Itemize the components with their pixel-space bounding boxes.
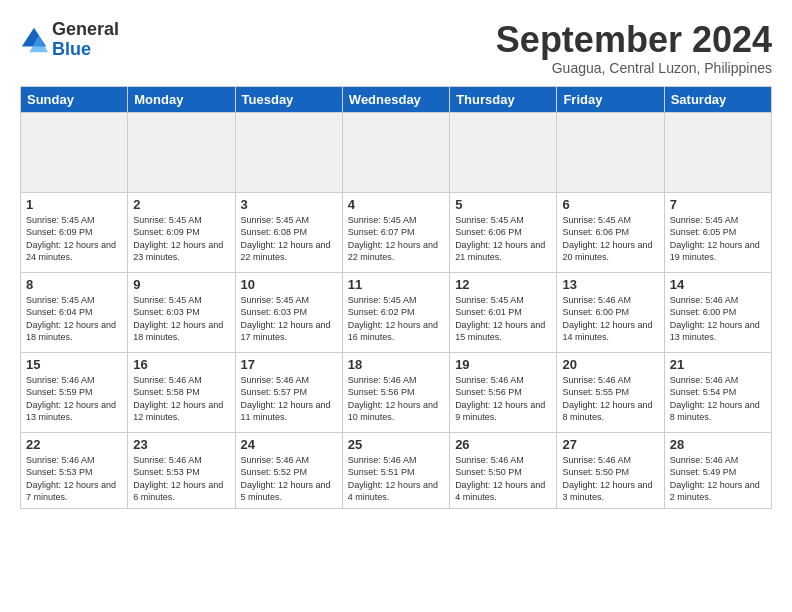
week-row-4: 15Sunrise: 5:46 AMSunset: 5:59 PMDayligh…: [21, 352, 772, 432]
logo-icon: [20, 26, 48, 54]
col-saturday: Saturday: [664, 86, 771, 112]
header-row: Sunday Monday Tuesday Wednesday Thursday…: [21, 86, 772, 112]
table-row: 13Sunrise: 5:46 AMSunset: 6:00 PMDayligh…: [557, 272, 664, 352]
day-number: 4: [348, 197, 444, 212]
week-row-5: 22Sunrise: 5:46 AMSunset: 5:53 PMDayligh…: [21, 432, 772, 508]
day-number: 12: [455, 277, 551, 292]
table-row: 12Sunrise: 5:45 AMSunset: 6:01 PMDayligh…: [450, 272, 557, 352]
table-row: 16Sunrise: 5:46 AMSunset: 5:58 PMDayligh…: [128, 352, 235, 432]
table-row: 26Sunrise: 5:46 AMSunset: 5:50 PMDayligh…: [450, 432, 557, 508]
table-row: 27Sunrise: 5:46 AMSunset: 5:50 PMDayligh…: [557, 432, 664, 508]
col-sunday: Sunday: [21, 86, 128, 112]
day-info: Sunrise: 5:46 AMSunset: 5:56 PMDaylight:…: [455, 374, 551, 424]
col-wednesday: Wednesday: [342, 86, 449, 112]
day-info: Sunrise: 5:46 AMSunset: 5:59 PMDaylight:…: [26, 374, 122, 424]
day-info: Sunrise: 5:45 AMSunset: 6:07 PMDaylight:…: [348, 214, 444, 264]
day-info: Sunrise: 5:45 AMSunset: 6:06 PMDaylight:…: [562, 214, 658, 264]
table-row: [235, 112, 342, 192]
week-row-1: [21, 112, 772, 192]
logo-blue: Blue: [52, 40, 119, 60]
day-info: Sunrise: 5:46 AMSunset: 5:53 PMDaylight:…: [26, 454, 122, 504]
day-info: Sunrise: 5:46 AMSunset: 5:53 PMDaylight:…: [133, 454, 229, 504]
table-row: 6Sunrise: 5:45 AMSunset: 6:06 PMDaylight…: [557, 192, 664, 272]
table-row: 15Sunrise: 5:46 AMSunset: 5:59 PMDayligh…: [21, 352, 128, 432]
table-row: 19Sunrise: 5:46 AMSunset: 5:56 PMDayligh…: [450, 352, 557, 432]
day-number: 28: [670, 437, 766, 452]
table-row: 17Sunrise: 5:46 AMSunset: 5:57 PMDayligh…: [235, 352, 342, 432]
col-tuesday: Tuesday: [235, 86, 342, 112]
table-row: 5Sunrise: 5:45 AMSunset: 6:06 PMDaylight…: [450, 192, 557, 272]
day-info: Sunrise: 5:45 AMSunset: 6:05 PMDaylight:…: [670, 214, 766, 264]
table-row: 23Sunrise: 5:46 AMSunset: 5:53 PMDayligh…: [128, 432, 235, 508]
logo-general: General: [52, 20, 119, 40]
week-row-3: 8Sunrise: 5:45 AMSunset: 6:04 PMDaylight…: [21, 272, 772, 352]
day-info: Sunrise: 5:46 AMSunset: 5:56 PMDaylight:…: [348, 374, 444, 424]
day-info: Sunrise: 5:45 AMSunset: 6:06 PMDaylight:…: [455, 214, 551, 264]
day-info: Sunrise: 5:46 AMSunset: 5:51 PMDaylight:…: [348, 454, 444, 504]
col-thursday: Thursday: [450, 86, 557, 112]
day-number: 7: [670, 197, 766, 212]
day-number: 8: [26, 277, 122, 292]
table-row: [664, 112, 771, 192]
day-number: 6: [562, 197, 658, 212]
day-info: Sunrise: 5:46 AMSunset: 5:58 PMDaylight:…: [133, 374, 229, 424]
table-row: 9Sunrise: 5:45 AMSunset: 6:03 PMDaylight…: [128, 272, 235, 352]
table-row: [450, 112, 557, 192]
table-row: 18Sunrise: 5:46 AMSunset: 5:56 PMDayligh…: [342, 352, 449, 432]
table-row: [557, 112, 664, 192]
day-info: Sunrise: 5:45 AMSunset: 6:09 PMDaylight:…: [26, 214, 122, 264]
title-block: September 2024 Guagua, Central Luzon, Ph…: [496, 20, 772, 76]
day-number: 20: [562, 357, 658, 372]
table-row: 28Sunrise: 5:46 AMSunset: 5:49 PMDayligh…: [664, 432, 771, 508]
day-number: 16: [133, 357, 229, 372]
day-number: 5: [455, 197, 551, 212]
day-info: Sunrise: 5:46 AMSunset: 6:00 PMDaylight:…: [562, 294, 658, 344]
table-row: 7Sunrise: 5:45 AMSunset: 6:05 PMDaylight…: [664, 192, 771, 272]
day-number: 27: [562, 437, 658, 452]
table-row: 11Sunrise: 5:45 AMSunset: 6:02 PMDayligh…: [342, 272, 449, 352]
week-row-2: 1Sunrise: 5:45 AMSunset: 6:09 PMDaylight…: [21, 192, 772, 272]
day-info: Sunrise: 5:45 AMSunset: 6:01 PMDaylight:…: [455, 294, 551, 344]
logo-text: General Blue: [52, 20, 119, 60]
header: General Blue September 2024 Guagua, Cent…: [20, 20, 772, 76]
day-info: Sunrise: 5:46 AMSunset: 6:00 PMDaylight:…: [670, 294, 766, 344]
day-info: Sunrise: 5:45 AMSunset: 6:09 PMDaylight:…: [133, 214, 229, 264]
day-info: Sunrise: 5:46 AMSunset: 5:54 PMDaylight:…: [670, 374, 766, 424]
day-info: Sunrise: 5:46 AMSunset: 5:52 PMDaylight:…: [241, 454, 337, 504]
day-number: 21: [670, 357, 766, 372]
day-number: 26: [455, 437, 551, 452]
day-number: 11: [348, 277, 444, 292]
table-row: 2Sunrise: 5:45 AMSunset: 6:09 PMDaylight…: [128, 192, 235, 272]
logo: General Blue: [20, 20, 119, 60]
day-number: 22: [26, 437, 122, 452]
day-number: 3: [241, 197, 337, 212]
day-number: 1: [26, 197, 122, 212]
table-row: 3Sunrise: 5:45 AMSunset: 6:08 PMDaylight…: [235, 192, 342, 272]
table-row: 4Sunrise: 5:45 AMSunset: 6:07 PMDaylight…: [342, 192, 449, 272]
day-info: Sunrise: 5:46 AMSunset: 5:50 PMDaylight:…: [562, 454, 658, 504]
day-number: 13: [562, 277, 658, 292]
calendar: Sunday Monday Tuesday Wednesday Thursday…: [20, 86, 772, 509]
subtitle: Guagua, Central Luzon, Philippines: [496, 60, 772, 76]
day-info: Sunrise: 5:46 AMSunset: 5:55 PMDaylight:…: [562, 374, 658, 424]
day-number: 9: [133, 277, 229, 292]
day-number: 23: [133, 437, 229, 452]
col-friday: Friday: [557, 86, 664, 112]
day-number: 25: [348, 437, 444, 452]
table-row: 21Sunrise: 5:46 AMSunset: 5:54 PMDayligh…: [664, 352, 771, 432]
table-row: 8Sunrise: 5:45 AMSunset: 6:04 PMDaylight…: [21, 272, 128, 352]
day-number: 17: [241, 357, 337, 372]
table-row: [342, 112, 449, 192]
table-row: 14Sunrise: 5:46 AMSunset: 6:00 PMDayligh…: [664, 272, 771, 352]
table-row: 20Sunrise: 5:46 AMSunset: 5:55 PMDayligh…: [557, 352, 664, 432]
day-info: Sunrise: 5:45 AMSunset: 6:02 PMDaylight:…: [348, 294, 444, 344]
table-row: [21, 112, 128, 192]
col-monday: Monday: [128, 86, 235, 112]
day-number: 15: [26, 357, 122, 372]
day-info: Sunrise: 5:45 AMSunset: 6:04 PMDaylight:…: [26, 294, 122, 344]
table-row: 24Sunrise: 5:46 AMSunset: 5:52 PMDayligh…: [235, 432, 342, 508]
table-row: 22Sunrise: 5:46 AMSunset: 5:53 PMDayligh…: [21, 432, 128, 508]
day-number: 2: [133, 197, 229, 212]
day-info: Sunrise: 5:45 AMSunset: 6:03 PMDaylight:…: [133, 294, 229, 344]
day-number: 19: [455, 357, 551, 372]
